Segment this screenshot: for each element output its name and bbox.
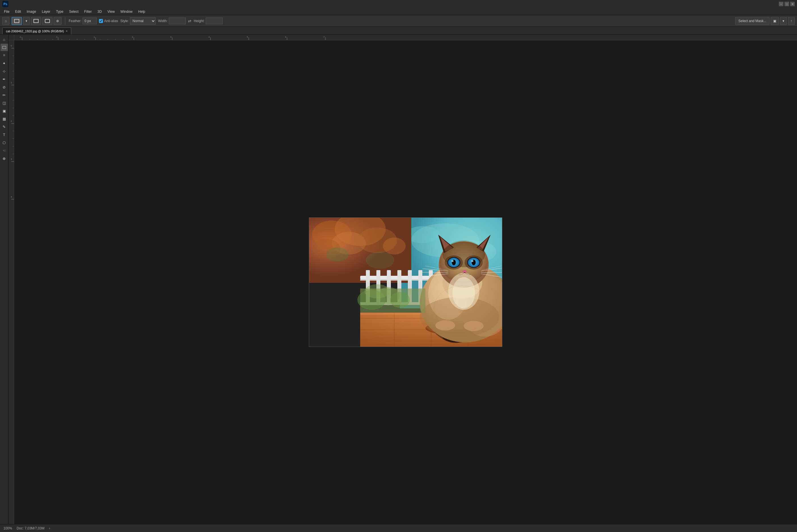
- menu-type[interactable]: Type: [53, 9, 66, 14]
- title-bar-left: Ps: [2, 1, 8, 7]
- svg-point-145: [452, 277, 475, 308]
- document-tab[interactable]: cat-2068462_1920.jpg @ 100% (RGB/8#) ×: [2, 27, 71, 34]
- hand-panel-button[interactable]: ☜: [1, 147, 8, 154]
- menu-filter[interactable]: Filter: [81, 9, 95, 14]
- svg-text:3: 3: [11, 158, 12, 160]
- close-button[interactable]: ✕: [790, 2, 795, 6]
- menu-3d[interactable]: 3D: [94, 9, 104, 14]
- cat-image: [309, 218, 502, 347]
- marquee-panel-button[interactable]: [1, 44, 8, 51]
- dropdown-marquee-button[interactable]: ▾: [23, 17, 30, 25]
- feather-label: Feather:: [69, 19, 81, 23]
- type-panel-button[interactable]: T: [1, 131, 8, 138]
- style-select[interactable]: Normal Fixed Ratio Fixed Size: [130, 17, 156, 25]
- height-input[interactable]: [206, 18, 223, 24]
- svg-point-65: [366, 252, 394, 269]
- feather-input[interactable]: [82, 18, 97, 24]
- home-icon: ⌂: [5, 19, 7, 23]
- menu-select[interactable]: Select: [66, 9, 81, 14]
- svg-point-132: [471, 260, 474, 262]
- svg-text:2: 2: [132, 36, 133, 38]
- maximize-button[interactable]: □: [784, 2, 789, 6]
- fixed-rect-icon: [34, 19, 39, 23]
- menu-edit[interactable]: Edit: [12, 9, 24, 14]
- rectangular-marquee-button[interactable]: [12, 17, 22, 25]
- menu-help[interactable]: Help: [135, 9, 148, 14]
- shape-panel-button[interactable]: ⬡: [1, 139, 8, 146]
- canvas-area[interactable]: -1 0 1 2 3 4 5 6 7: [8, 35, 797, 524]
- toolbar: ⌂ ▾ ⊕ Feather: Anti-alias Style: Normal …: [0, 15, 797, 27]
- svg-text:3: 3: [170, 36, 172, 38]
- svg-text:4: 4: [208, 36, 210, 38]
- svg-text:1: 1: [94, 36, 95, 38]
- svg-point-146: [435, 320, 455, 330]
- height-group: Height:: [194, 18, 223, 24]
- fixed-size-button[interactable]: [31, 17, 41, 25]
- doc-tabs: cat-2068462_1920.jpg @ 100% (RGB/8#) ×: [0, 27, 797, 35]
- zoom-panel-button[interactable]: ⊕: [1, 155, 8, 162]
- svg-text:-1: -1: [19, 36, 22, 38]
- doc-info-status: Doc: 7,03M/7,03M: [17, 526, 44, 530]
- crop-panel-button[interactable]: ⊹: [1, 68, 8, 75]
- menu-bar: File Edit Image Layer Type Select Filter…: [0, 8, 797, 15]
- eraser-panel-button[interactable]: ▣: [1, 107, 8, 114]
- antialias-label: Anti-alias: [104, 19, 118, 23]
- lasso-panel-button[interactable]: ⌗: [1, 52, 8, 59]
- tab-close-button[interactable]: ×: [66, 30, 68, 33]
- height-label: Height:: [194, 19, 204, 23]
- mask-dropdown-button[interactable]: ▾: [780, 17, 787, 25]
- zoom-value: 100%: [3, 526, 12, 530]
- antialias-checkbox[interactable]: [99, 19, 103, 23]
- select-mask-label: Select and Mask...: [738, 19, 766, 23]
- style-label: Style:: [120, 19, 129, 23]
- svg-text:5: 5: [247, 36, 248, 38]
- menu-image[interactable]: Image: [24, 9, 39, 14]
- ruler-corner: [8, 35, 14, 40]
- swap-icon[interactable]: ⇄: [188, 19, 191, 23]
- status-arrow[interactable]: ›: [49, 526, 50, 530]
- add-selection-button[interactable]: ⊕: [54, 17, 61, 25]
- menu-file[interactable]: File: [1, 9, 12, 14]
- gradient-panel-button[interactable]: ▦: [1, 115, 8, 122]
- add-sel-icon: ⊕: [56, 19, 59, 23]
- doc-tab-title: cat-2068462_1920.jpg @ 100% (RGB/8#): [6, 30, 64, 33]
- select-mask-group: Select and Mask... ▣ ▾ ↑: [735, 17, 795, 25]
- mask-view-button[interactable]: ▣: [771, 17, 779, 25]
- share-button[interactable]: ↑: [788, 17, 795, 25]
- menu-window[interactable]: Window: [118, 9, 135, 14]
- healing-panel-button[interactable]: ⊘: [1, 83, 8, 91]
- menu-view[interactable]: View: [105, 9, 118, 14]
- home-tool-group: ⌂: [2, 17, 10, 25]
- home-panel-button[interactable]: ⌂: [1, 36, 8, 43]
- magic-wand-panel-button[interactable]: ✦: [1, 59, 8, 67]
- svg-point-147: [464, 321, 484, 331]
- svg-text:0: 0: [11, 44, 12, 47]
- svg-rect-0: [3, 46, 6, 49]
- brush-panel-button[interactable]: ✏: [1, 91, 8, 99]
- title-bar: Ps ─ □ ✕: [0, 0, 797, 8]
- canvas-content: [14, 40, 797, 524]
- zoom-status: 100%: [3, 526, 12, 530]
- ps-logo: Ps: [2, 1, 8, 7]
- svg-rect-155: [366, 288, 369, 306]
- mask-icon: ▣: [773, 19, 776, 23]
- eyedropper-panel-button[interactable]: ✒: [1, 75, 8, 83]
- minimize-button[interactable]: ─: [779, 2, 783, 6]
- antialias-group: Anti-alias: [99, 19, 118, 23]
- title-bar-controls: ─ □ ✕: [779, 2, 795, 6]
- select-mask-button[interactable]: Select and Mask...: [735, 17, 770, 25]
- swap-group: ⇄: [188, 19, 191, 23]
- separator-1: [65, 17, 65, 25]
- width-input[interactable]: [169, 18, 186, 24]
- width-label: Width:: [158, 19, 168, 23]
- image-frame: [309, 218, 502, 347]
- svg-text:0: 0: [56, 36, 58, 38]
- svg-text:7: 7: [323, 36, 325, 38]
- home-button[interactable]: ⌂: [2, 17, 10, 25]
- share-icon: ↑: [791, 19, 792, 23]
- ruler-top-svg: -1 0 1 2 3 4 5 6 7: [14, 35, 797, 40]
- pen-panel-button[interactable]: ✎: [1, 123, 8, 130]
- rounded-marquee-button[interactable]: [42, 17, 53, 25]
- menu-layer[interactable]: Layer: [39, 9, 53, 14]
- clone-panel-button[interactable]: ◫: [1, 99, 8, 107]
